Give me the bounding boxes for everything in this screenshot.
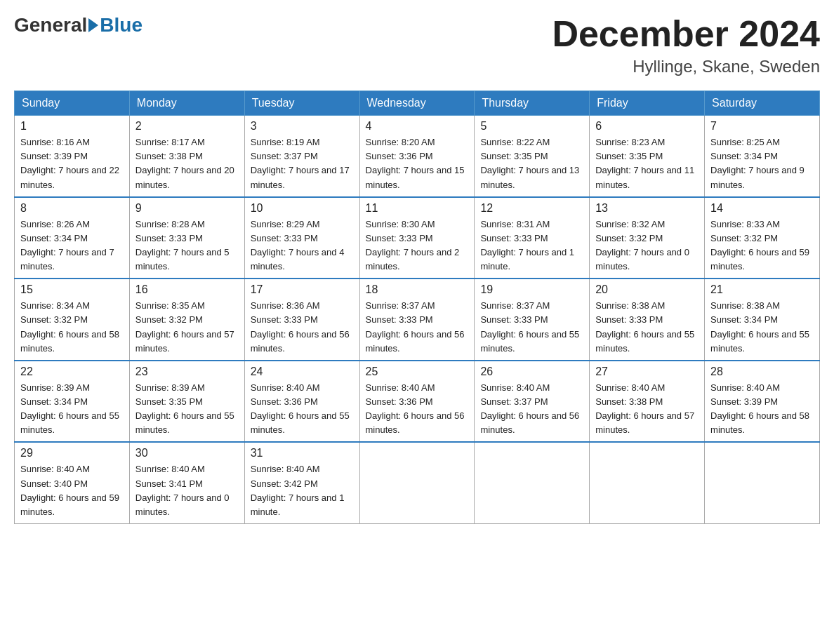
- day-info: Sunrise: 8:30 AMSunset: 3:33 PMDaylight:…: [366, 217, 469, 274]
- day-number: 28: [710, 365, 814, 378]
- day-info: Sunrise: 8:32 AMSunset: 3:32 PMDaylight:…: [595, 217, 699, 274]
- day-number: 5: [480, 120, 583, 133]
- calendar-cell: 9Sunrise: 8:28 AMSunset: 3:33 PMDaylight…: [129, 197, 244, 279]
- calendar-cell: 30Sunrise: 8:40 AMSunset: 3:41 PMDayligh…: [129, 442, 244, 523]
- day-info: Sunrise: 8:40 AMSunset: 3:38 PMDaylight:…: [595, 381, 699, 438]
- col-header-sunday: Sunday: [15, 91, 130, 116]
- col-header-tuesday: Tuesday: [244, 91, 359, 116]
- day-info: Sunrise: 8:36 AMSunset: 3:33 PMDaylight:…: [251, 299, 354, 356]
- calendar-cell: 15Sunrise: 8:34 AMSunset: 3:32 PMDayligh…: [15, 279, 130, 361]
- day-number: 10: [251, 202, 354, 215]
- title-section: December 2024 Hyllinge, Skane, Sweden: [552, 14, 820, 76]
- calendar-cell: 5Sunrise: 8:22 AMSunset: 3:35 PMDaylight…: [475, 116, 590, 197]
- day-number: 31: [251, 447, 354, 459]
- day-info: Sunrise: 8:23 AMSunset: 3:35 PMDaylight:…: [595, 135, 699, 192]
- day-info: Sunrise: 8:39 AMSunset: 3:35 PMDaylight:…: [135, 381, 239, 438]
- calendar-cell: 6Sunrise: 8:23 AMSunset: 3:35 PMDaylight…: [590, 116, 705, 197]
- col-header-thursday: Thursday: [475, 91, 590, 116]
- day-number: 1: [20, 120, 124, 133]
- day-number: 11: [366, 202, 469, 215]
- calendar-cell: 16Sunrise: 8:35 AMSunset: 3:32 PMDayligh…: [129, 279, 244, 361]
- day-info: Sunrise: 8:26 AMSunset: 3:34 PMDaylight:…: [20, 217, 124, 274]
- day-number: 30: [135, 447, 239, 459]
- calendar-cell: 12Sunrise: 8:31 AMSunset: 3:33 PMDayligh…: [475, 197, 590, 279]
- calendar-cell: [475, 442, 590, 523]
- day-info: Sunrise: 8:40 AMSunset: 3:39 PMDaylight:…: [710, 381, 814, 438]
- calendar-cell: 13Sunrise: 8:32 AMSunset: 3:32 PMDayligh…: [590, 197, 705, 279]
- day-info: Sunrise: 8:29 AMSunset: 3:33 PMDaylight:…: [251, 217, 354, 274]
- day-number: 17: [251, 283, 354, 296]
- calendar-cell: 19Sunrise: 8:37 AMSunset: 3:33 PMDayligh…: [475, 279, 590, 361]
- logo: General Blue: [14, 14, 143, 36]
- day-number: 26: [480, 365, 583, 378]
- col-header-friday: Friday: [590, 91, 705, 116]
- day-number: 2: [135, 120, 239, 133]
- day-info: Sunrise: 8:40 AMSunset: 3:36 PMDaylight:…: [366, 381, 469, 438]
- logo-blue-text: Blue: [100, 14, 143, 36]
- calendar-week-row-3: 15Sunrise: 8:34 AMSunset: 3:32 PMDayligh…: [15, 279, 820, 361]
- day-number: 25: [366, 365, 469, 378]
- calendar-cell: [705, 442, 820, 523]
- calendar-cell: 27Sunrise: 8:40 AMSunset: 3:38 PMDayligh…: [590, 361, 705, 443]
- day-number: 3: [251, 120, 354, 133]
- day-info: Sunrise: 8:22 AMSunset: 3:35 PMDaylight:…: [480, 135, 583, 192]
- calendar-cell: 21Sunrise: 8:38 AMSunset: 3:34 PMDayligh…: [705, 279, 820, 361]
- day-info: Sunrise: 8:37 AMSunset: 3:33 PMDaylight:…: [480, 299, 583, 356]
- calendar-week-row-4: 22Sunrise: 8:39 AMSunset: 3:34 PMDayligh…: [15, 361, 820, 443]
- calendar-week-row-1: 1Sunrise: 8:16 AMSunset: 3:39 PMDaylight…: [15, 116, 820, 197]
- calendar-cell: 1Sunrise: 8:16 AMSunset: 3:39 PMDaylight…: [15, 116, 130, 197]
- day-number: 16: [135, 283, 239, 296]
- day-number: 21: [710, 283, 814, 296]
- calendar-cell: 31Sunrise: 8:40 AMSunset: 3:42 PMDayligh…: [244, 442, 359, 523]
- calendar-cell: 11Sunrise: 8:30 AMSunset: 3:33 PMDayligh…: [359, 197, 475, 279]
- day-info: Sunrise: 8:31 AMSunset: 3:33 PMDaylight:…: [480, 217, 583, 274]
- calendar-cell: 4Sunrise: 8:20 AMSunset: 3:36 PMDaylight…: [359, 116, 475, 197]
- calendar-cell: [359, 442, 475, 523]
- day-info: Sunrise: 8:40 AMSunset: 3:41 PMDaylight:…: [135, 462, 239, 519]
- calendar-cell: 8Sunrise: 8:26 AMSunset: 3:34 PMDaylight…: [15, 197, 130, 279]
- day-number: 13: [595, 202, 699, 215]
- day-info: Sunrise: 8:25 AMSunset: 3:34 PMDaylight:…: [710, 135, 814, 192]
- day-number: 14: [710, 202, 814, 215]
- calendar-cell: 17Sunrise: 8:36 AMSunset: 3:33 PMDayligh…: [244, 279, 359, 361]
- day-info: Sunrise: 8:33 AMSunset: 3:32 PMDaylight:…: [710, 217, 814, 274]
- day-info: Sunrise: 8:38 AMSunset: 3:34 PMDaylight:…: [710, 299, 814, 356]
- day-number: 22: [20, 365, 124, 378]
- day-info: Sunrise: 8:19 AMSunset: 3:37 PMDaylight:…: [251, 135, 354, 192]
- logo-general-text: General: [14, 14, 87, 36]
- calendar-cell: 2Sunrise: 8:17 AMSunset: 3:38 PMDaylight…: [129, 116, 244, 197]
- day-number: 6: [595, 120, 699, 133]
- logo-arrow-icon: [88, 18, 98, 32]
- day-number: 15: [20, 283, 124, 296]
- calendar-table: Sunday Monday Tuesday Wednesday Thursday…: [14, 90, 820, 524]
- calendar-cell: 18Sunrise: 8:37 AMSunset: 3:33 PMDayligh…: [359, 279, 475, 361]
- day-info: Sunrise: 8:35 AMSunset: 3:32 PMDaylight:…: [135, 299, 239, 356]
- day-info: Sunrise: 8:40 AMSunset: 3:40 PMDaylight:…: [20, 462, 124, 519]
- day-number: 12: [480, 202, 583, 215]
- calendar-cell: 26Sunrise: 8:40 AMSunset: 3:37 PMDayligh…: [475, 361, 590, 443]
- day-info: Sunrise: 8:34 AMSunset: 3:32 PMDaylight:…: [20, 299, 124, 356]
- calendar-cell: 3Sunrise: 8:19 AMSunset: 3:37 PMDaylight…: [244, 116, 359, 197]
- day-info: Sunrise: 8:28 AMSunset: 3:33 PMDaylight:…: [135, 217, 239, 274]
- day-info: Sunrise: 8:37 AMSunset: 3:33 PMDaylight:…: [366, 299, 469, 356]
- day-info: Sunrise: 8:40 AMSunset: 3:42 PMDaylight:…: [251, 462, 354, 519]
- col-header-saturday: Saturday: [705, 91, 820, 116]
- calendar-cell: 24Sunrise: 8:40 AMSunset: 3:36 PMDayligh…: [244, 361, 359, 443]
- day-number: 18: [366, 283, 469, 296]
- day-info: Sunrise: 8:16 AMSunset: 3:39 PMDaylight:…: [20, 135, 124, 192]
- calendar-week-row-2: 8Sunrise: 8:26 AMSunset: 3:34 PMDaylight…: [15, 197, 820, 279]
- calendar-header-row: Sunday Monday Tuesday Wednesday Thursday…: [15, 91, 820, 116]
- calendar-cell: 23Sunrise: 8:39 AMSunset: 3:35 PMDayligh…: [129, 361, 244, 443]
- calendar-cell: 14Sunrise: 8:33 AMSunset: 3:32 PMDayligh…: [705, 197, 820, 279]
- day-info: Sunrise: 8:40 AMSunset: 3:36 PMDaylight:…: [251, 381, 354, 438]
- day-number: 8: [20, 202, 124, 215]
- day-info: Sunrise: 8:40 AMSunset: 3:37 PMDaylight:…: [480, 381, 583, 438]
- day-number: 19: [480, 283, 583, 296]
- day-info: Sunrise: 8:20 AMSunset: 3:36 PMDaylight:…: [366, 135, 469, 192]
- calendar-cell: 10Sunrise: 8:29 AMSunset: 3:33 PMDayligh…: [244, 197, 359, 279]
- col-header-monday: Monday: [129, 91, 244, 116]
- day-info: Sunrise: 8:17 AMSunset: 3:38 PMDaylight:…: [135, 135, 239, 192]
- calendar-cell: [590, 442, 705, 523]
- calendar-cell: 25Sunrise: 8:40 AMSunset: 3:36 PMDayligh…: [359, 361, 475, 443]
- calendar-cell: 28Sunrise: 8:40 AMSunset: 3:39 PMDayligh…: [705, 361, 820, 443]
